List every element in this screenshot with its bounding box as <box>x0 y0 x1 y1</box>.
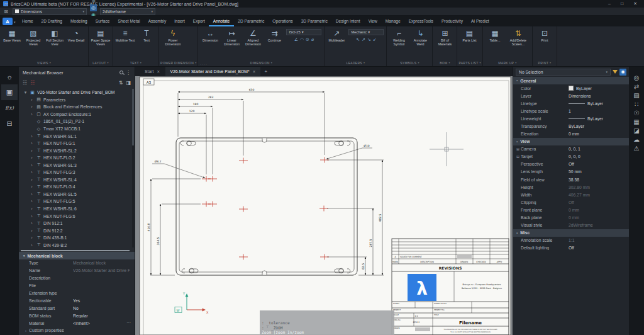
block-property-row[interactable]: › Custom properties <box>19 327 135 334</box>
block-property-row[interactable]: Type Mechanical block <box>19 259 135 267</box>
tree-item[interactable]: › HEX NUT-FLG:4 <box>19 183 135 191</box>
ribbon-tab[interactable]: Surface <box>91 16 114 26</box>
property-row[interactable]: Front plane 0 mm <box>513 206 629 213</box>
welding-symbol-button[interactable]: Welding Symbol <box>388 27 409 59</box>
ribbon-tab[interactable]: Productivity <box>437 16 467 26</box>
property-row[interactable]: Field of view 38.58 <box>513 176 629 183</box>
paper-space-views-button[interactable]: Paper Space Views <box>90 27 111 59</box>
new-tab-button[interactable]: + <box>262 69 271 74</box>
visual-style-dropdown[interactable]: 2dWireframe ▾ <box>100 8 155 15</box>
tree-scrollbar[interactable] <box>132 89 134 247</box>
expand-arrow-icon[interactable]: › <box>30 163 34 168</box>
maximize-button[interactable]: □ <box>621 1 623 6</box>
section-header-misc[interactable]: ▪Misc <box>513 229 629 237</box>
property-row[interactable]: Lineweight ByLayer <box>513 115 629 122</box>
expand-arrow-icon[interactable]: › <box>30 236 34 240</box>
hide-parts-icon[interactable] <box>30 80 35 86</box>
full-section-view-button[interactable]: Full Section View <box>44 27 65 59</box>
block-property-row[interactable]: BOM status Regular <box>19 312 135 319</box>
tree-item[interactable]: › HEX NUT-FLG:6 <box>19 212 135 220</box>
ribbon-drag-handle[interactable]: ···· <box>200 62 208 66</box>
property-value[interactable]: 0, 0, 0 <box>569 154 626 159</box>
ribbon-tab[interactable]: Sheet Metal <box>114 16 144 26</box>
constraints-icon[interactable] <box>631 82 641 91</box>
mbrowser-icon[interactable] <box>1 84 18 100</box>
property-value[interactable]: 0 mm <box>569 132 626 136</box>
property-row[interactable]: Elevation 0 mm <box>513 130 629 138</box>
ribbon-tab[interactable]: View <box>364 16 381 26</box>
mechanical-block-section-header[interactable]: ▾ Mechanical block <box>19 252 135 259</box>
expand-arrow-icon[interactable]: › <box>30 207 34 211</box>
close-icon[interactable]: ✕ <box>253 69 256 74</box>
multileader-button[interactable]: Multileader <box>326 27 347 59</box>
contrast-icon[interactable] <box>126 80 131 86</box>
diameter-dimension-icon[interactable] <box>311 37 314 42</box>
expand-arrow-icon[interactable]: › <box>30 149 34 153</box>
structure-icon[interactable] <box>1 116 18 132</box>
ribbon-tab[interactable]: AI Predict <box>467 16 493 26</box>
tree-item[interactable]: 186X_01_01(2)_P2-1 <box>19 118 135 125</box>
tree-item[interactable]: › HEX NUT-FLG:5 <box>19 198 135 205</box>
property-value[interactable]: 0 mm <box>569 208 626 212</box>
block-property-row[interactable]: Sectionable Yes <box>19 297 135 304</box>
layers-icon[interactable] <box>631 91 641 99</box>
ribbon-tab[interactable]: Manage <box>381 16 404 26</box>
property-value[interactable]: 1 <box>569 109 626 113</box>
export-icon[interactable] <box>3 8 9 15</box>
block-property-row[interactable]: Material <Inherit> ⋯ <box>19 319 135 327</box>
property-row[interactable]: ⊞ Camera 0, 0, 1 <box>513 145 629 153</box>
tree-item[interactable]: › HEX WSHR-SL:2 <box>19 147 135 154</box>
chevron-down-icon[interactable]: ▾ <box>14 20 16 24</box>
base-views-button[interactable]: Base Views <box>1 27 23 59</box>
linear-dimension-button[interactable]: Linear Dimension <box>221 27 242 59</box>
text-button[interactable]: Text <box>136 27 157 59</box>
view3d-icon[interactable] <box>90 4 97 11</box>
tree-item[interactable]: ▾ V26-Motor Starter and Drive Panel_BOM <box>19 89 135 96</box>
property-row[interactable]: Lens length 50 mm <box>513 168 629 176</box>
multiline-text-button[interactable]: Multiline Text <box>114 27 136 59</box>
ribbon-tab[interactable]: Design Intent <box>331 16 364 26</box>
print-button[interactable]: Print <box>534 27 555 59</box>
property-value[interactable]: ByLayer <box>569 101 626 106</box>
ellipsis-icon[interactable]: ⋯ <box>125 321 131 326</box>
leader-remove-icon[interactable] <box>362 37 365 42</box>
property-value[interactable]: Off <box>569 200 626 205</box>
command-line-overlay[interactable]: : _tolerance: ' _ZOOMZoom [zoom In/zoomO… <box>260 310 394 335</box>
tab-start[interactable]: Start✕ <box>140 67 164 76</box>
expand-arrow-icon[interactable]: › <box>30 112 34 116</box>
sheets-icon[interactable] <box>631 117 641 126</box>
filter-tree-icon[interactable] <box>23 80 27 86</box>
expand-arrow-icon[interactable]: ▾ <box>23 90 28 95</box>
warning-icon[interactable] <box>631 144 641 152</box>
view-detail-button[interactable]: View Detail <box>65 27 87 59</box>
property-row[interactable]: Back plane 0 mm <box>513 214 629 222</box>
dimension-style-dropdown[interactable]: ISO-25▾ <box>286 29 321 35</box>
ribbon-tab[interactable]: Home <box>18 16 38 26</box>
property-row[interactable]: Layer Dimensions <box>513 92 629 99</box>
ribbon-tab[interactable]: 3D Parametric <box>297 16 331 26</box>
blocks-icon[interactable] <box>631 99 641 108</box>
block-property-row[interactable]: File <box>19 282 135 290</box>
render-icon[interactable] <box>631 126 641 135</box>
property-row[interactable]: Clipping Off <box>513 198 629 206</box>
property-value[interactable]: ByLayer <box>569 116 626 121</box>
property-row[interactable]: Width 406.27 mm <box>513 191 629 198</box>
block-property-row[interactable]: Standard part No <box>19 304 135 312</box>
minimize-button[interactable]: – <box>608 1 611 6</box>
ribbon-tab[interactable]: Export <box>189 16 209 26</box>
expand-arrow-icon[interactable]: › <box>30 178 34 182</box>
block-property-row[interactable]: Extension type <box>19 290 135 297</box>
tree-item[interactable]: › HEX NUT-FLG:2 <box>19 154 135 162</box>
expand-arrow-icon[interactable]: › <box>30 170 34 174</box>
close-button[interactable]: ✕ <box>633 1 637 6</box>
property-value[interactable]: 0, 0, 1 <box>569 147 626 151</box>
tree-item[interactable]: › HEX WSHR-SL:3 <box>19 161 135 169</box>
tree-item[interactable]: › Parameters <box>19 96 135 104</box>
property-value[interactable]: 302.80 mm <box>569 185 626 190</box>
expand-arrow-icon[interactable]: › <box>30 185 34 189</box>
properties-icon[interactable] <box>631 73 641 82</box>
ribbon-tab[interactable]: Insert <box>170 16 189 26</box>
layer-dropdown[interactable]: Dimensions ▾ <box>13 8 87 15</box>
ribbon-tab[interactable]: ExpressTools <box>404 16 437 26</box>
property-row[interactable]: Height 302.80 mm <box>513 183 629 191</box>
